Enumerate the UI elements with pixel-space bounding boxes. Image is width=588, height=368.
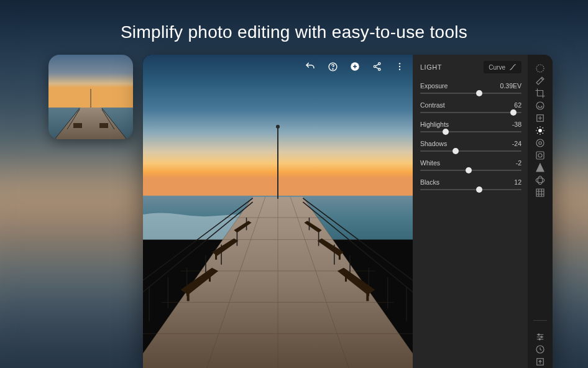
rail-divider — [533, 320, 547, 321]
tool-color[interactable] — [534, 137, 546, 149]
slider-whites: Whites-2 — [420, 159, 521, 171]
detail-icon — [535, 162, 546, 173]
healing-icon — [535, 75, 546, 86]
slider-track[interactable] — [420, 112, 521, 113]
svg-rect-36 — [209, 274, 211, 282]
slider-thumb[interactable] — [452, 148, 459, 154]
effects-icon — [535, 150, 546, 161]
slider-value: 12 — [514, 178, 521, 186]
svg-point-53 — [539, 129, 542, 132]
tool-versions[interactable] — [534, 343, 546, 356]
tool-auto[interactable] — [534, 112, 546, 124]
svg-point-61 — [541, 336, 542, 338]
slider-label: Whites — [420, 159, 440, 167]
tool-crop[interactable] — [534, 87, 546, 99]
photo-canvas[interactable] — [143, 55, 413, 368]
tool-light[interactable] — [534, 124, 546, 137]
svg-point-50 — [536, 65, 544, 72]
svg-point-60 — [538, 334, 540, 335]
color-icon — [535, 137, 546, 149]
curve-label: Curve — [489, 64, 505, 71]
slider-label: Contrast — [420, 101, 445, 109]
svg-point-42 — [332, 68, 333, 69]
tool-presets[interactable] — [534, 331, 546, 343]
light-panel: LIGHT Curve Exposure0.39EVContrast62High… — [413, 55, 528, 368]
slider-shadows: Shadows-24 — [420, 140, 521, 152]
slider-track[interactable] — [420, 170, 521, 171]
svg-point-49 — [399, 68, 400, 70]
tool-rail — [528, 55, 553, 368]
slider-track[interactable] — [420, 93, 521, 94]
svg-point-54 — [536, 139, 544, 147]
svg-point-55 — [539, 142, 542, 145]
svg-rect-56 — [536, 152, 544, 159]
slider-thumb[interactable] — [466, 167, 472, 173]
svg-rect-5 — [99, 123, 108, 128]
presets-icon — [535, 331, 546, 343]
svg-rect-35 — [187, 290, 190, 301]
photo-toolbar — [305, 61, 405, 72]
svg-point-47 — [399, 63, 400, 64]
profile-icon — [535, 100, 546, 111]
slider-thumb[interactable] — [443, 129, 449, 135]
tool-detail[interactable] — [534, 162, 546, 174]
share-icon[interactable] — [372, 61, 383, 72]
versions-icon — [535, 344, 546, 355]
curve-icon — [509, 63, 517, 71]
svg-rect-40 — [339, 252, 341, 260]
svg-point-45 — [374, 65, 375, 67]
svg-point-58 — [536, 178, 544, 183]
marketing-headline: Simplify photo editing with easy-to-use … — [0, 22, 588, 42]
slider-track[interactable] — [420, 189, 521, 190]
slider-thumb[interactable] — [476, 186, 482, 193]
more-icon[interactable] — [394, 61, 405, 72]
slider-contrast: Contrast62 — [420, 101, 521, 113]
slider-value: -38 — [512, 121, 521, 128]
slider-thumb[interactable] — [476, 90, 482, 96]
slider-track[interactable] — [420, 131, 521, 132]
slider-label: Blacks — [420, 178, 439, 186]
app-window: LIGHT Curve Exposure0.39EVContrast62High… — [143, 55, 553, 368]
svg-point-59 — [538, 176, 543, 185]
svg-point-20 — [276, 125, 280, 129]
slider-value: 0.39EV — [500, 82, 521, 90]
loupe-icon — [535, 63, 546, 74]
panel-title: LIGHT — [420, 63, 442, 71]
tool-loupe[interactable] — [534, 62, 546, 75]
pier-photo-mini — [48, 55, 133, 139]
slider-value: -2 — [516, 159, 521, 167]
slider-track[interactable] — [420, 150, 521, 152]
svg-rect-38 — [366, 290, 369, 301]
geometry-icon — [535, 187, 546, 198]
crop-icon — [535, 88, 546, 99]
svg-rect-4 — [73, 123, 82, 128]
optics-icon — [535, 175, 546, 186]
undo-icon[interactable] — [305, 61, 316, 72]
help-icon[interactable] — [327, 61, 338, 72]
light-icon — [535, 125, 546, 136]
slider-label: Shadows — [420, 140, 447, 147]
tool-export[interactable] — [534, 356, 546, 368]
slider-blacks: Blacks12 — [420, 178, 521, 190]
svg-rect-37 — [215, 252, 217, 260]
pier-photo-main — [143, 55, 413, 368]
tool-optics[interactable] — [534, 174, 546, 186]
svg-rect-39 — [345, 274, 347, 282]
svg-point-44 — [379, 63, 380, 65]
tool-healing[interactable] — [534, 75, 546, 87]
curve-button[interactable]: Curve — [484, 61, 521, 73]
auto-icon — [535, 113, 546, 124]
svg-point-57 — [538, 154, 542, 157]
slider-exposure: Exposure0.39EV — [420, 82, 521, 94]
before-thumbnail — [48, 55, 133, 139]
slider-value: -24 — [512, 140, 521, 147]
tool-geometry[interactable] — [534, 186, 546, 199]
svg-point-51 — [536, 102, 544, 109]
add-icon[interactable] — [349, 61, 361, 72]
tool-effects[interactable] — [534, 149, 546, 162]
slider-value: 62 — [514, 101, 521, 109]
tool-profile[interactable] — [534, 99, 546, 112]
slider-label: Highlights — [420, 121, 449, 128]
slider-thumb[interactable] — [510, 109, 517, 116]
svg-point-48 — [399, 66, 400, 67]
